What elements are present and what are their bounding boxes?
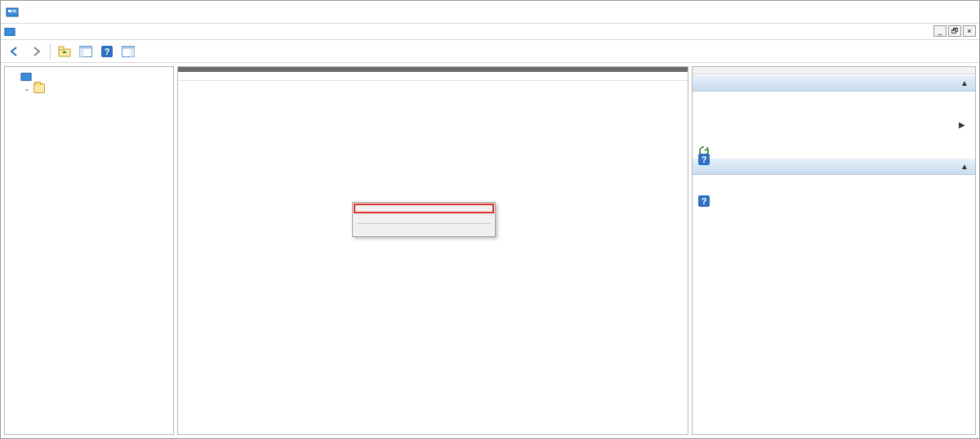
context-menu-view-certificate[interactable]: [354, 204, 493, 213]
action-help[interactable]: ?: [693, 150, 975, 158]
show-hide-tree-button[interactable]: [77, 43, 95, 60]
collapse-icon: ▲: [960, 78, 969, 87]
toolbar: ?: [1, 40, 979, 63]
menu-action[interactable]: [29, 30, 42, 34]
mdi-controls: _ 🗗 ×: [933, 25, 976, 37]
tree-service[interactable]: ⌄: [21, 83, 173, 93]
up-button[interactable]: [56, 43, 74, 60]
maximize-button[interactable]: [909, 1, 942, 24]
collapse-icon: ▲: [960, 162, 969, 171]
action-new-window[interactable]: [693, 133, 975, 141]
action-add-token-signing[interactable]: [693, 92, 975, 100]
svg-rect-12: [131, 48, 135, 56]
action-help-2[interactable]: ?: [693, 191, 975, 199]
action-view-certificate[interactable]: [693, 175, 975, 183]
close-button[interactable]: [942, 1, 974, 24]
menu-help[interactable]: [68, 30, 81, 34]
svg-rect-9: [80, 48, 84, 56]
svg-rect-13: [21, 74, 31, 81]
help-button[interactable]: ?: [98, 43, 116, 60]
action-set-service-communications[interactable]: [693, 108, 975, 116]
toolbar-separator: [50, 43, 51, 60]
help-icon: ?: [697, 195, 710, 208]
mdi-minimize-button[interactable]: _: [933, 25, 947, 37]
menu-bar: _ 🗗 ×: [1, 24, 979, 40]
svg-rect-11: [122, 46, 135, 48]
context-menu-set-as-primary: [354, 213, 493, 221]
adfs-icon: [20, 71, 32, 83]
menu-window[interactable]: [55, 30, 68, 34]
console-tree[interactable]: ⌄: [4, 66, 174, 435]
forward-button[interactable]: [27, 43, 45, 60]
svg-rect-1: [8, 10, 11, 12]
svg-rect-6: [59, 47, 64, 50]
svg-rect-2: [12, 10, 16, 11]
actions-section-certificates[interactable]: ▲: [693, 74, 975, 92]
expander-icon[interactable]: ⌄: [23, 84, 31, 92]
actions-header: [693, 67, 975, 74]
title-bar: [1, 1, 979, 24]
folder-icon: [33, 83, 45, 93]
actions-pane: ▲ ▶ ? ▲ ?: [692, 66, 976, 435]
mdi-close-button[interactable]: ×: [963, 25, 976, 37]
svg-rect-4: [5, 28, 15, 35]
svg-rect-3: [12, 11, 16, 12]
tree-root-adfs[interactable]: [8, 71, 173, 83]
expander-icon[interactable]: [10, 73, 18, 81]
submenu-arrow-icon: ▶: [959, 120, 965, 129]
adfs-app-icon: [4, 26, 16, 38]
adfs-app-icon: [6, 6, 19, 19]
menu-view[interactable]: [42, 30, 55, 34]
back-button[interactable]: [6, 43, 24, 60]
action-set-as-primary: [693, 183, 975, 191]
actions-section-certificate[interactable]: ▲: [693, 158, 975, 175]
help-icon: ?: [697, 153, 710, 166]
show-hide-action-pane-button[interactable]: [119, 43, 137, 60]
context-menu: [352, 202, 496, 237]
svg-rect-8: [80, 46, 92, 48]
action-add-token-decrypting[interactable]: [693, 100, 975, 108]
action-view[interactable]: ▶: [693, 116, 975, 133]
help-icon: ?: [101, 46, 113, 57]
minimize-button[interactable]: [876, 1, 909, 24]
mdi-restore-button[interactable]: 🗗: [948, 25, 961, 37]
menu-file[interactable]: [16, 30, 29, 34]
certificate-list: [178, 81, 688, 434]
context-menu-help[interactable]: [354, 226, 493, 235]
action-refresh[interactable]: [693, 141, 975, 150]
column-header-row: [178, 72, 688, 81]
result-pane: [177, 66, 688, 435]
context-menu-separator: [358, 223, 490, 224]
